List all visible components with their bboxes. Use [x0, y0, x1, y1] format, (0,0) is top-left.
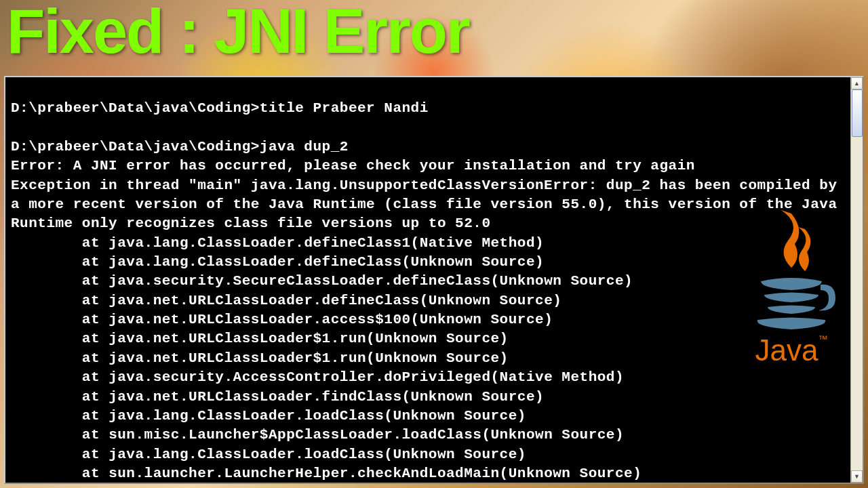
stack-9: at java.lang.ClassLoader.loadClass(Unkno… [11, 407, 842, 426]
error-line: Error: A JNI error has occurred, please … [11, 157, 842, 176]
stack-4: at java.net.URLClassLoader.access$100(Un… [11, 310, 842, 329]
stack-8: at java.net.URLClassLoader.findClass(Unk… [11, 388, 842, 407]
stack-0: at java.lang.ClassLoader.defineClass1(Na… [11, 234, 842, 253]
stack-6: at java.net.URLClassLoader$1.run(Unknown… [11, 349, 842, 368]
scroll-thumb[interactable] [852, 89, 863, 137]
exception-line: Exception in thread "main" java.lang.Uns… [11, 176, 842, 234]
prompt-line-1: D:\prabeer\Data\java\Coding>title Prabee… [11, 99, 842, 118]
stack-7: at java.security.AccessController.doPriv… [11, 368, 842, 387]
blank-line [11, 80, 842, 99]
java-cup-icon [741, 203, 842, 339]
prompt-line-2: D:\prabeer\Data\java\Coding>java dup_2 [11, 138, 842, 157]
blank-line [11, 119, 842, 138]
stack-1: at java.lang.ClassLoader.defineClass(Unk… [11, 253, 842, 272]
java-logo: Java™ [734, 203, 849, 367]
stack-10: at sun.misc.Launcher$AppClassLoader.load… [11, 426, 842, 445]
stack-5: at java.net.URLClassLoader$1.run(Unknown… [11, 329, 842, 348]
stack-12: at sun.launcher.LauncherHelper.checkAndL… [11, 464, 842, 483]
stack-2: at java.security.SecureClassLoader.defin… [11, 272, 842, 291]
terminal-output[interactable]: D:\prabeer\Data\java\Coding>title Prabee… [5, 77, 848, 483]
vertical-scrollbar[interactable]: ▲ ▼ [850, 77, 863, 483]
stack-11: at java.lang.ClassLoader.loadClass(Unkno… [11, 445, 842, 464]
blank-line [11, 483, 842, 488]
video-title-banner: Fixed : JNI Error [7, 0, 469, 62]
scroll-up-arrow-icon[interactable]: ▲ [851, 77, 863, 89]
scroll-down-arrow-icon[interactable]: ▼ [851, 470, 863, 483]
stack-3: at java.net.URLClassLoader.defineClass(U… [11, 291, 842, 310]
